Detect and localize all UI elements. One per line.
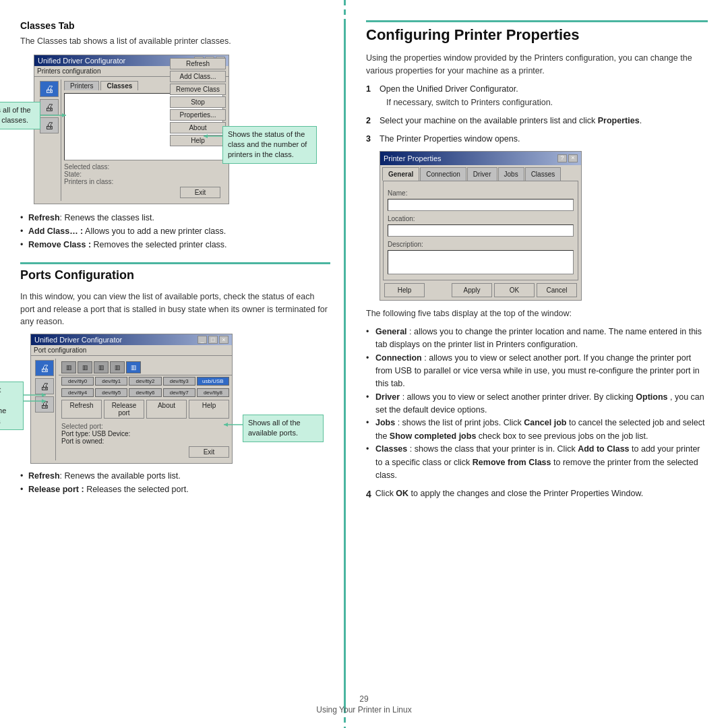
selected-class-label: Selected class:: [64, 163, 111, 171]
ports-refresh-btn[interactable]: Refresh: [61, 400, 102, 419]
port-config-label: Port configuration: [31, 345, 232, 356]
props-help-btn[interactable]: Help: [384, 283, 425, 297]
props-tab-jobs[interactable]: Jobs: [498, 167, 524, 181]
page-footer: 29 Using Your Printer in Linux: [0, 694, 728, 715]
props-cancel-btn[interactable]: Cancel: [537, 283, 577, 297]
classes-dialog-title: Unified Driver Configurator: [38, 57, 125, 65]
printers-in-class-label: Printers in class:: [64, 178, 113, 185]
props-minimize-btn[interactable]: ?: [557, 154, 567, 162]
about-btn[interactable]: About: [170, 122, 226, 133]
printer-icon-1[interactable]: 🖨: [40, 81, 59, 97]
add-to-class-bold: Add to Class: [578, 444, 629, 454]
exit-btn[interactable]: Exit: [180, 187, 220, 198]
ports-config-description: In this window, you can view the list of…: [20, 291, 330, 328]
step-1: 1 Open the Unified Driver Configurator. …: [366, 83, 708, 110]
port-printer-icon-1[interactable]: 🖨: [35, 360, 54, 376]
ports-dialog-main: ▥ ▥ ▥ ▥ ▥ dev/tty0 dev/tty1 dev/tty2 dev…: [56, 359, 235, 460]
release-port-label: Release port :: [28, 485, 84, 494]
port-type-value: Port type: USB Device:: [61, 430, 130, 437]
callout-ports-arrow: [222, 421, 243, 428]
ports-grid-1: dev/tty0 dev/tty1 dev/tty2 dev/tty3 usb/…: [59, 375, 232, 387]
step-3-text: The Printer Properties window opens.: [380, 134, 520, 144]
stop-btn[interactable]: Stop: [170, 96, 226, 108]
tab-classes[interactable]: Classes: [100, 81, 138, 90]
ports-dialog-diagram: Unified Driver Configurator _ □ × Port c…: [27, 334, 236, 464]
classes-exit-row: Exit: [64, 185, 223, 200]
svg-marker-9: [42, 393, 46, 397]
classes-dialog-main: Printers Classes Refresh Add Class...: [61, 80, 226, 201]
column-divider: [344, 0, 346, 728]
ports-about-btn[interactable]: About: [146, 400, 187, 419]
ports-status-area: Selected port: Port type: USB Device: Po…: [59, 423, 232, 445]
classes-dialog-diagram: Unified Driver Configurator _ □ × Printe…: [34, 55, 229, 204]
ports-dialog-window: Unified Driver Configurator _ □ × Port c…: [30, 334, 233, 464]
location-field-label: Location:: [388, 214, 574, 224]
name-field-input[interactable]: [388, 199, 574, 211]
port-item-8: dev/tty6: [129, 388, 161, 397]
callout-switches-arrow: [24, 398, 47, 404]
ports-help-btn[interactable]: Help: [189, 400, 229, 419]
props-tabs: General Connection Driver Jobs Classes: [380, 165, 581, 181]
steps-list: 1 Open the Unified Driver Configurator. …: [366, 83, 708, 301]
props-footer: Help Apply OK Cancel: [380, 280, 581, 300]
selected-port-line: Selected port:: [61, 423, 229, 430]
ports-minimize-btn[interactable]: _: [198, 336, 207, 344]
port-item-1: dev/tty0: [61, 377, 94, 386]
state-label: State:: [64, 171, 111, 178]
props-tab-general[interactable]: General: [382, 167, 419, 181]
refresh-ports-desc: : Renews the available ports list.: [60, 471, 181, 481]
remove-from-class-bold: Remove from Class: [473, 458, 551, 467]
port-item-4: dev/tty3: [163, 377, 195, 386]
ports-maximize-btn[interactable]: □: [208, 336, 218, 344]
printer-icon-3[interactable]: 🖨: [40, 117, 59, 133]
tab-printers[interactable]: Printers: [64, 81, 99, 90]
svg-marker-5: [42, 399, 46, 403]
callout-portinfo-arrow: [24, 392, 47, 398]
ports-close-btn[interactable]: ×: [219, 336, 229, 344]
svg-marker-3: [204, 134, 208, 138]
props-tab-connection[interactable]: Connection: [420, 167, 466, 181]
ports-dialog-body: 🖨 🖨 🖨 ▥ ▥ ▥ ▥ ▥: [31, 356, 232, 463]
refresh-label: Refresh: [28, 213, 60, 222]
callout-status-arrow: [202, 133, 222, 140]
remove-class-btn[interactable]: Remove Class: [170, 84, 226, 95]
refresh-btn[interactable]: Refresh: [170, 58, 226, 69]
description-field-textarea[interactable]: [388, 250, 574, 274]
tab-desc-general: General : allows you to change the print…: [366, 326, 708, 352]
add-class-btn[interactable]: Add Class...: [170, 71, 226, 82]
step-2-bold: Properties: [598, 116, 640, 125]
step-2-text: Select your machine on the available pri…: [380, 116, 598, 125]
show-completed-bold: Show completed jobs: [390, 431, 477, 441]
properties-btn[interactable]: Properties...: [170, 109, 226, 121]
props-tab-driver[interactable]: Driver: [467, 167, 497, 181]
selected-port-label: Selected port:: [61, 423, 109, 430]
callout-status: Shows the status of the class and the nu…: [222, 126, 317, 164]
ok-bold: OK: [396, 489, 408, 498]
port-item-10: dev/tty8: [197, 388, 229, 397]
release-port-btn[interactable]: Release port: [104, 400, 144, 419]
port-item-6: dev/tty4: [61, 388, 94, 397]
ports-exit-btn[interactable]: Exit: [189, 446, 229, 458]
callout-ports-box: Shows all of the available ports.: [243, 415, 324, 442]
ports-icon-bar-1: ▥ ▥ ▥ ▥ ▥: [59, 360, 232, 375]
svg-marker-7: [224, 423, 228, 427]
props-footer-buttons: Apply OK Cancel: [452, 283, 577, 297]
props-tab-classes[interactable]: Classes: [525, 167, 562, 181]
props-apply-btn[interactable]: Apply: [452, 283, 492, 297]
port-owner-line: Port is owned:: [61, 437, 229, 445]
ports-grid-2: dev/tty4 dev/tty5 dev/tty6 dev/tty7 dev/…: [59, 387, 232, 398]
description-field-label: Description:: [388, 239, 574, 249]
props-dialog-title: Printer Properties: [384, 153, 442, 164]
callout-portinfo: Shows the port type, device connected to…: [0, 382, 24, 430]
location-field-input[interactable]: [388, 224, 574, 237]
tab-desc-connection: Connection : allows you to view or selec…: [366, 352, 708, 391]
ports-dialog-title: Unified Driver Configurator: [34, 336, 122, 344]
page-number: 29: [0, 694, 728, 704]
options-bold: Options: [636, 392, 667, 402]
props-close-btn[interactable]: ×: [568, 154, 578, 162]
bullet-remove-class: Remove Class : Removes the selected prin…: [20, 238, 330, 251]
props-ok-btn[interactable]: OK: [494, 283, 535, 297]
svg-marker-1: [62, 113, 66, 117]
port-item-9: dev/tty7: [163, 388, 195, 397]
bullet-release-port: Release port : Releases the selected por…: [20, 483, 330, 496]
